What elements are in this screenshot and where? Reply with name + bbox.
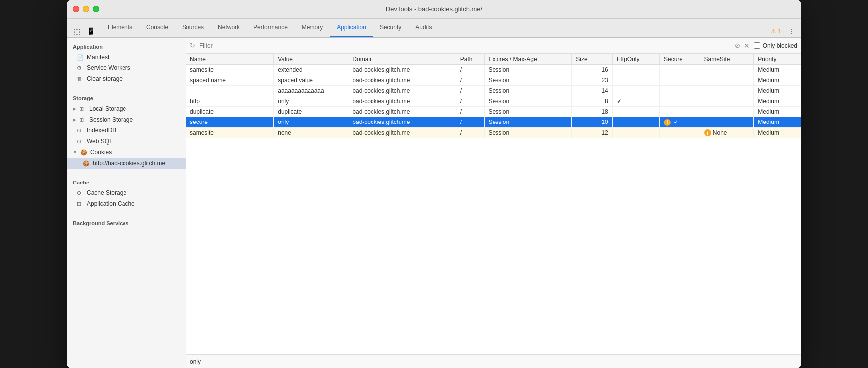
table-cell: secure [186, 117, 274, 128]
sidebar-item-manifest[interactable]: 📄 Manifest [67, 52, 186, 62]
sidebar-item-web-sql[interactable]: ⊙ Web SQL [67, 136, 186, 147]
sidebar-item-application-cache[interactable]: ⊞ Application Cache [67, 198, 186, 209]
table-cell: Session [484, 117, 572, 128]
table-row[interactable]: spaced namespaced valuebad-cookies.glitc… [186, 75, 801, 86]
sidebar-item-cookies-url-label: http://bad-cookies.glitch.me [93, 160, 165, 167]
col-expires[interactable]: Expires / Max-Age [484, 54, 572, 65]
chevron-right-icon-2: ▶ [73, 117, 76, 122]
table-row[interactable]: aaaaaaaaaaaaaabad-cookies.glitch.me/Sess… [186, 86, 801, 96]
samesite-value: None [711, 129, 727, 136]
tab-network[interactable]: Network [211, 18, 247, 37]
session-storage-icon: ⊞ [79, 117, 86, 123]
table-row[interactable]: samesiteextendedbad-cookies.glitch.me/Se… [186, 65, 801, 75]
main-content: Application 📄 Manifest ⚙ Service Workers… [67, 38, 801, 368]
table-cell: i ✓ [659, 117, 700, 128]
minimize-button[interactable] [83, 6, 89, 12]
table-cell [659, 127, 700, 138]
filter-bar: ↻ ⊘ ✕ Only blocked [186, 38, 801, 54]
sidebar: Application 📄 Manifest ⚙ Service Workers… [67, 38, 186, 368]
table-cell: extended [274, 65, 348, 75]
tab-audits[interactable]: Audits [408, 18, 438, 37]
sidebar-section-application: Application [67, 38, 186, 52]
col-value[interactable]: Value [274, 54, 348, 65]
table-cell [612, 107, 659, 117]
chevron-right-icon: ▶ [73, 106, 76, 111]
col-samesite[interactable]: SameSite [700, 54, 754, 65]
table-cell [612, 127, 659, 138]
table-cell: Session [484, 127, 572, 138]
col-name[interactable]: Name [186, 54, 274, 65]
table-cell [700, 107, 754, 117]
table-row[interactable]: httponlybad-cookies.glitch.me/Session8✓M… [186, 96, 801, 107]
sidebar-item-cookies[interactable]: ▼ 🍪 Cookies [67, 147, 186, 158]
checkmark-icon: ✓ [672, 119, 678, 125]
tab-security[interactable]: Security [373, 18, 408, 37]
table-cell: only [274, 96, 348, 107]
table-cell: Medium [754, 127, 801, 138]
col-size[interactable]: Size [572, 54, 613, 65]
table-cell: Session [484, 107, 572, 117]
table-cell: bad-cookies.glitch.me [348, 75, 456, 86]
table-header-row: Name Value Domain Path Expires / Max-Age… [186, 54, 801, 65]
table-cell: Medium [754, 107, 801, 117]
sidebar-item-cache-storage[interactable]: ⊙ Cache Storage [67, 187, 186, 198]
filter-input[interactable] [199, 42, 731, 49]
close-button[interactable] [73, 6, 79, 12]
maximize-button[interactable] [93, 6, 99, 12]
toolbar-icons: ⬚ 📱 [71, 25, 97, 37]
table-cell: / [456, 86, 484, 96]
sidebar-item-local-storage[interactable]: ▶ ⊞ Local Storage [67, 103, 186, 114]
indexeddb-icon: ⊙ [77, 127, 84, 134]
table-cell: Session [484, 75, 572, 86]
warning-count: 1 [778, 28, 781, 35]
sidebar-item-session-storage[interactable]: ▶ ⊞ Session Storage [67, 114, 186, 125]
col-domain[interactable]: Domain [348, 54, 456, 65]
table-cell: bad-cookies.glitch.me [348, 127, 456, 138]
only-blocked-label[interactable]: Only blocked [754, 42, 797, 49]
table-cell [700, 86, 754, 96]
sidebar-item-service-workers[interactable]: ⚙ Service Workers [67, 62, 186, 73]
sidebar-item-indexeddb[interactable]: ⊙ IndexedDB [67, 125, 186, 136]
table-cell: i None [700, 127, 754, 138]
refresh-icon[interactable]: ↻ [190, 42, 195, 49]
cookies-table-container: Name Value Domain Path Expires / Max-Age… [186, 54, 801, 354]
table-cell: 23 [572, 75, 613, 86]
table-cell: bad-cookies.glitch.me [348, 86, 456, 96]
more-options-icon[interactable]: ⋮ [785, 25, 797, 37]
sidebar-item-cookies-url[interactable]: 🍪 http://bad-cookies.glitch.me [67, 158, 186, 169]
tab-console[interactable]: Console [139, 18, 175, 37]
cache-storage-icon: ⊙ [77, 190, 84, 196]
table-cell: / [456, 75, 484, 86]
device-toolbar-icon[interactable]: 📱 [85, 25, 97, 37]
only-blocked-checkbox[interactable] [754, 42, 760, 49]
table-cell [700, 117, 754, 128]
sidebar-item-clear-storage[interactable]: 🗑 Clear storage [67, 73, 186, 84]
info-icon: i [664, 119, 671, 126]
table-cell: Session [484, 96, 572, 107]
devtools-window: DevTools - bad-cookies.glitch.me/ ⬚ 📱 El… [67, 0, 801, 368]
table-cell [612, 117, 659, 128]
service-workers-icon: ⚙ [77, 65, 84, 71]
table-cell [659, 65, 700, 75]
warning-badge[interactable]: ⚠ 1 [771, 28, 781, 35]
sidebar-item-application-cache-label: Application Cache [87, 200, 135, 207]
tab-application[interactable]: Application [330, 18, 373, 37]
table-row[interactable]: duplicateduplicatebad-cookies.glitch.me/… [186, 107, 801, 117]
tab-memory[interactable]: Memory [295, 18, 330, 37]
tab-sources[interactable]: Sources [175, 18, 211, 37]
table-row[interactable]: samesitenonebad-cookies.glitch.me/Sessio… [186, 127, 801, 138]
cursor-icon[interactable]: ⬚ [71, 25, 83, 37]
clear-filter-icon[interactable]: ⊘ [735, 42, 740, 49]
col-path[interactable]: Path [456, 54, 484, 65]
tab-elements[interactable]: Elements [101, 18, 139, 37]
table-cell: samesite [186, 65, 274, 75]
close-filter-icon[interactable]: ✕ [744, 42, 750, 50]
table-cell [659, 96, 700, 107]
col-secure[interactable]: Secure [659, 54, 700, 65]
table-cell: duplicate [274, 107, 348, 117]
col-httponly[interactable]: HttpOnly [612, 54, 659, 65]
col-priority[interactable]: Priority [754, 54, 801, 65]
window-title: DevTools - bad-cookies.glitch.me/ [386, 5, 482, 13]
tab-performance[interactable]: Performance [247, 18, 295, 37]
table-row[interactable]: secureonlybad-cookies.glitch.me/Session1… [186, 117, 801, 128]
